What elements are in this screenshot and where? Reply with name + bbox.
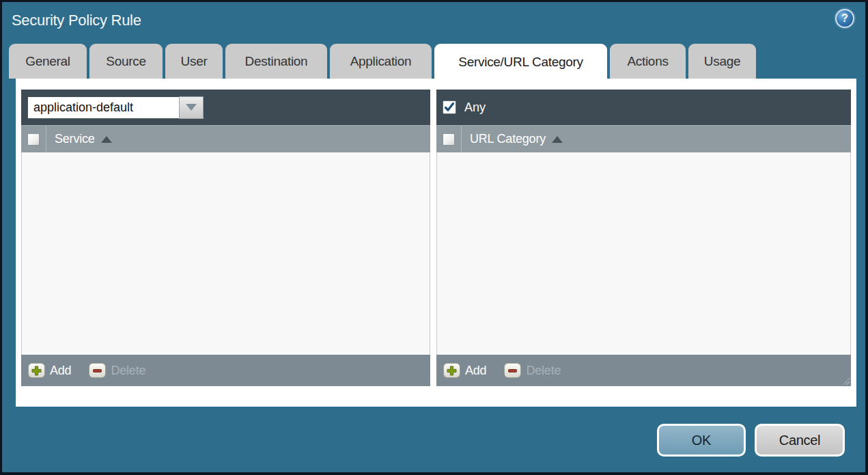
select-all-url-categories-checkbox[interactable] — [443, 133, 455, 146]
sort-ascending-icon[interactable] — [552, 136, 563, 143]
dropdown-button[interactable] — [179, 96, 204, 119]
checkmark-icon — [444, 102, 455, 113]
tab-actions[interactable]: Actions — [610, 44, 686, 79]
url-category-panel: Any URL Category Add — [436, 90, 851, 386]
plus-icon — [28, 363, 45, 378]
delete-url-category-button[interactable]: Delete — [504, 363, 561, 378]
tab-service-url-category[interactable]: Service/URL Category — [434, 44, 607, 81]
cancel-button[interactable]: Cancel — [755, 424, 845, 457]
url-category-footer: Add Delete — [436, 355, 851, 386]
service-footer: Add Delete — [21, 355, 430, 386]
url-category-select-all-cell — [436, 126, 462, 152]
any-checkbox[interactable] — [443, 100, 456, 114]
resize-grip[interactable] — [843, 378, 850, 385]
tab-destination[interactable]: Destination — [225, 44, 327, 79]
any-label: Any — [464, 100, 486, 115]
tab-application[interactable]: Application — [330, 44, 432, 79]
minus-icon — [89, 363, 106, 378]
tab-user[interactable]: User — [165, 44, 223, 79]
help-icon[interactable]: ? — [835, 9, 854, 28]
service-select-all-cell — [21, 126, 46, 152]
delete-service-button[interactable]: Delete — [89, 363, 145, 378]
tab-usage[interactable]: Usage — [688, 44, 756, 79]
sort-ascending-icon[interactable] — [101, 136, 112, 143]
select-all-services-checkbox[interactable] — [27, 133, 40, 146]
tab-general[interactable]: General — [9, 44, 87, 79]
url-category-column-header: URL Category — [436, 125, 851, 152]
chevron-down-icon — [186, 104, 197, 111]
service-panel: Service Add — [21, 90, 430, 386]
tab-source[interactable]: Source — [89, 44, 163, 79]
minus-icon — [504, 363, 521, 378]
add-url-category-button[interactable]: Add — [443, 363, 486, 378]
url-category-list — [436, 152, 851, 355]
service-list — [21, 152, 430, 355]
delete-label: Delete — [111, 364, 145, 378]
tab-bar: General Source User Destination Applicat… — [9, 44, 756, 79]
service-toolbar — [21, 90, 430, 125]
page-title: Security Policy Rule — [12, 12, 141, 29]
url-category-toolbar: Any — [436, 90, 851, 125]
delete-label: Delete — [526, 364, 561, 378]
url-category-column-label: URL Category — [470, 132, 546, 146]
add-label: Add — [50, 364, 71, 378]
tab-content: Service Add — [16, 79, 856, 407]
plus-icon — [443, 363, 460, 378]
security-policy-rule-dialog: Security Policy Rule ? General Source Us… — [2, 2, 865, 472]
ok-button[interactable]: OK — [657, 424, 746, 457]
service-column-label: Service — [55, 132, 95, 146]
service-column-header: Service — [21, 125, 430, 152]
add-service-button[interactable]: Add — [28, 363, 71, 378]
service-type-dropdown[interactable] — [27, 96, 204, 119]
dialog-buttons: OK Cancel — [657, 424, 845, 457]
add-label: Add — [465, 364, 486, 378]
service-type-input[interactable] — [27, 96, 179, 119]
